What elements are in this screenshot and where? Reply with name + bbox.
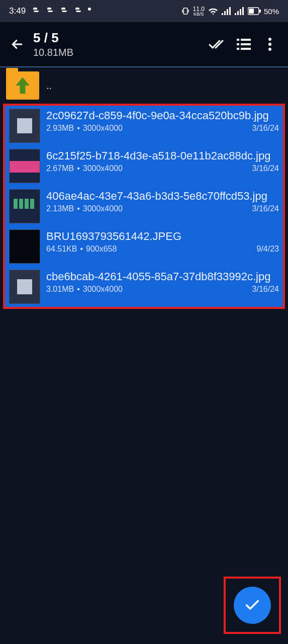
confirm-fab[interactable] [234, 587, 271, 624]
notification-icons [32, 8, 91, 15]
selection-count: 5 / 5 [33, 30, 205, 46]
svg-rect-10 [249, 9, 254, 14]
svg-rect-1 [222, 13, 223, 15]
file-date: 3/16/24 [252, 285, 279, 294]
file-dimensions: 900x658 [86, 245, 117, 254]
file-size: 64.51KB [46, 245, 77, 254]
svg-rect-8 [242, 7, 244, 15]
file-row[interactable]: cbe6bcab-4261-4055-85a7-37db8f33992c.jpg… [5, 267, 283, 307]
file-date: 9/4/23 [257, 245, 279, 254]
more-vert-icon [268, 37, 272, 51]
file-row[interactable]: 2c09627d-c859-4f0c-9e0a-34cca520bc9b.jpg… [5, 106, 283, 146]
file-name: 6c215f25-b718-4d3e-a518-0e11b2ac88dc.jpg [46, 149, 279, 163]
svg-rect-17 [241, 48, 251, 50]
overflow-menu-button[interactable] [257, 31, 283, 57]
meta-separator: • [77, 164, 80, 173]
double-check-icon [209, 38, 227, 50]
file-info: cbe6bcab-4261-4055-85a7-37db8f33992c.jpg… [46, 270, 279, 294]
svg-rect-4 [229, 7, 231, 15]
file-dimensions: 3000x4000 [83, 285, 123, 294]
file-meta: 2.13MB • 3000x40003/16/24 [46, 204, 279, 213]
meta-separator: • [77, 124, 80, 133]
file-size: 2.13MB [46, 204, 74, 213]
meta-separator: • [77, 204, 80, 213]
file-name: BRU1693793561442.JPEG [46, 229, 279, 244]
svg-rect-16 [237, 48, 239, 50]
file-row[interactable]: BRU1693793561442.JPEG64.51KB • 900x6589/… [5, 226, 283, 267]
file-meta: 64.51KB • 900x6589/4/23 [46, 245, 279, 254]
folder-up-row[interactable]: .. [0, 67, 288, 104]
network-speed: 11.0 KB/S [193, 6, 205, 17]
file-meta: 2.67MB • 3000x40003/16/24 [46, 164, 279, 173]
arrow-left-icon [10, 37, 25, 52]
file-name: 2c09627d-c859-4f0c-9e0a-34cca520bc9b.jpg [46, 109, 279, 123]
file-name: 406ae4ac-43e7-43a6-b3d3-5e8c70ffcd53.jpg [46, 189, 279, 203]
file-date: 3/16/24 [252, 164, 279, 173]
svg-rect-11 [259, 10, 261, 13]
selection-size: 10.81MB [33, 47, 205, 58]
svg-point-19 [268, 43, 271, 46]
meta-separator: • [77, 285, 80, 294]
svg-rect-3 [227, 9, 228, 15]
signal-icon [222, 7, 232, 15]
file-name: cbe6bcab-4261-4055-85a7-37db8f33992c.jpg [46, 270, 279, 284]
svg-rect-5 [235, 13, 236, 15]
file-info: 6c215f25-b718-4d3e-a518-0e11b2ac88dc.jpg… [46, 149, 279, 173]
file-thumbnail [9, 270, 40, 304]
app-bar: 5 / 5 10.81MB [0, 22, 288, 67]
signal-icon-2 [235, 7, 245, 15]
battery-icon [248, 7, 261, 15]
svg-rect-7 [240, 9, 241, 15]
file-dimensions: 3000x4000 [83, 124, 123, 133]
file-row[interactable]: 406ae4ac-43e7-43a6-b3d3-5e8c70ffcd53.jpg… [5, 186, 283, 226]
svg-rect-14 [237, 43, 239, 45]
file-dimensions: 3000x4000 [83, 204, 123, 213]
file-meta: 2.93MB • 3000x40003/16/24 [46, 124, 279, 133]
folder-up-icon [6, 71, 39, 100]
file-row[interactable]: 6c215f25-b718-4d3e-a518-0e11b2ac88dc.jpg… [5, 146, 283, 186]
file-thumbnail [9, 189, 40, 223]
arrow-up-icon [14, 76, 31, 95]
list-icon [237, 39, 251, 50]
svg-rect-6 [237, 11, 239, 15]
file-date: 3/16/24 [252, 124, 279, 133]
vibrate-icon [181, 7, 190, 16]
file-size: 2.93MB [46, 124, 74, 133]
status-bar: 3:49 11.0 KB/S 50% [0, 0, 288, 22]
wifi-icon [208, 7, 219, 16]
file-thumbnail [9, 229, 40, 264]
file-thumbnail [9, 109, 40, 143]
svg-point-18 [268, 38, 271, 41]
select-all-button[interactable] [205, 31, 231, 57]
svg-rect-15 [241, 43, 251, 45]
file-date: 3/16/24 [252, 204, 279, 213]
file-thumbnail [9, 149, 40, 183]
svg-point-20 [268, 48, 271, 51]
file-info: BRU1693793561442.JPEG64.51KB • 900x6589/… [46, 229, 279, 254]
meta-separator: • [80, 245, 83, 254]
file-meta: 3.01MB • 3000x40003/16/24 [46, 285, 279, 294]
clock: 3:49 [9, 6, 26, 16]
battery-percent: 50% [264, 7, 279, 16]
file-size: 3.01MB [46, 285, 74, 294]
svg-rect-12 [237, 39, 239, 41]
file-list: 2c09627d-c859-4f0c-9e0a-34cca520bc9b.jpg… [3, 104, 285, 309]
back-button[interactable] [5, 32, 29, 56]
check-icon [244, 597, 261, 614]
file-dimensions: 3000x4000 [83, 164, 123, 173]
folder-up-label: .. [46, 80, 52, 92]
svg-rect-0 [183, 8, 187, 14]
svg-rect-2 [224, 11, 226, 15]
title-block: 5 / 5 10.81MB [33, 30, 205, 58]
fab-highlight [224, 577, 281, 634]
view-list-button[interactable] [231, 31, 257, 57]
file-info: 2c09627d-c859-4f0c-9e0a-34cca520bc9b.jpg… [46, 109, 279, 133]
file-size: 2.67MB [46, 164, 74, 173]
file-info: 406ae4ac-43e7-43a6-b3d3-5e8c70ffcd53.jpg… [46, 189, 279, 213]
svg-rect-13 [241, 39, 251, 41]
